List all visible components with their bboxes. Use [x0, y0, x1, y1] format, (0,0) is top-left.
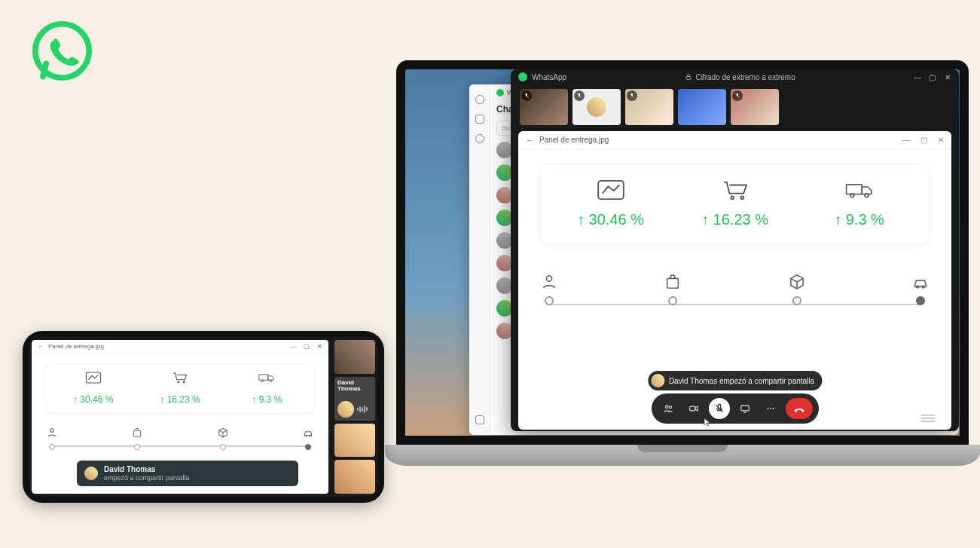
minimize-button[interactable]: — [914, 73, 921, 81]
svg-rect-18 [689, 406, 695, 411]
audio-wave-icon [357, 406, 368, 413]
whatsapp-icon [518, 72, 527, 81]
participant-tile[interactable] [572, 89, 621, 125]
end-call-button[interactable] [786, 398, 813, 419]
participant-tile[interactable] [520, 89, 568, 125]
muted-icon [574, 90, 585, 101]
svg-point-21 [767, 408, 768, 409]
shared-title: Panel de entrega.jpg [48, 343, 104, 350]
svg-point-7 [731, 196, 734, 199]
maximize-button[interactable]: ▢ [929, 73, 936, 81]
step [664, 274, 681, 305]
metric-value: ↑ 16.23 % [701, 211, 768, 228]
chats-icon[interactable] [475, 95, 484, 104]
participants-strip: David Thomas [331, 337, 378, 497]
participant-tile[interactable]: David Thomas [334, 377, 375, 421]
participant-tile[interactable] [625, 89, 673, 125]
bag-icon [132, 427, 142, 438]
call-toolbar [652, 393, 819, 424]
person-icon [541, 274, 557, 290]
participants-button[interactable] [658, 398, 679, 419]
share-toast: David Thomas empezó a compartir pantalla [648, 371, 822, 390]
truck-icon [845, 179, 874, 201]
avatar [651, 374, 664, 387]
participant-tile[interactable] [334, 460, 375, 494]
chart-icon [597, 179, 625, 201]
whatsapp-logo [30, 19, 94, 83]
package-icon [789, 274, 805, 290]
toast-subtext: empezó a compartir pantalla [104, 474, 190, 482]
settings-icon[interactable] [475, 415, 484, 424]
laptop: Wha… Chat Busc… WhatsApp [385, 60, 980, 494]
svg-point-29 [270, 380, 272, 382]
svg-rect-27 [259, 375, 268, 380]
mute-button[interactable] [709, 398, 730, 419]
back-button[interactable]: ← [526, 136, 533, 144]
svg-point-16 [665, 406, 668, 409]
calls-icon[interactable] [475, 115, 484, 124]
participant-tile[interactable] [334, 340, 375, 374]
cart-icon [172, 372, 188, 384]
svg-point-23 [772, 408, 774, 409]
avatar [84, 467, 98, 480]
phone-screen: ← Panel de entrega.jpg — ▢ ✕ ↑ 30.46 % [29, 337, 378, 497]
participant-tile[interactable] [731, 89, 779, 125]
svg-point-30 [50, 429, 54, 433]
call-app-name: WhatsApp [532, 73, 566, 81]
laptop-screen: Wha… Chat Busc… WhatsApp [396, 60, 969, 445]
close-button[interactable]: ✕ [944, 73, 951, 81]
minimize-button[interactable]: — [290, 343, 296, 350]
close-button[interactable]: ✕ [317, 343, 322, 350]
metric-value: ↑ 16.23 % [160, 394, 200, 405]
participant-tile[interactable] [678, 89, 726, 125]
step [218, 427, 228, 450]
call-titlebar: WhatsApp Cifrado de extremo a extremo — … [511, 69, 959, 84]
progress-steps [47, 427, 313, 450]
svg-rect-20 [740, 406, 749, 411]
drag-handle-icon[interactable] [921, 415, 935, 422]
metric: ↑ 9.3 % [797, 179, 921, 228]
muted-icon [732, 90, 743, 101]
call-window: WhatsApp Cifrado de extremo a extremo — … [511, 69, 959, 431]
close-button[interactable]: ✕ [938, 136, 944, 144]
svg-rect-24 [86, 372, 100, 383]
progress-steps [541, 274, 929, 305]
step [541, 274, 557, 305]
minimize-button[interactable]: — [902, 136, 910, 144]
chart-icon [85, 372, 102, 384]
car-icon [912, 274, 929, 290]
maximize-button[interactable]: ▢ [920, 136, 927, 144]
svg-rect-1 [687, 77, 691, 80]
muted-icon [627, 90, 637, 101]
participants-strip [511, 84, 959, 130]
svg-rect-13 [667, 278, 679, 288]
metric: ↑ 16.23 % [673, 179, 797, 228]
shared-titlebar: ← Panel de entrega.jpg — ▢ ✕ [518, 131, 951, 149]
participant-tile[interactable] [334, 424, 375, 458]
car-icon [303, 427, 313, 438]
step [912, 274, 929, 305]
metric: ↑ 30.46 % [50, 372, 136, 405]
whatsapp-icon [496, 89, 504, 96]
status-icon[interactable] [475, 134, 484, 143]
shared-title: Panel de entrega.jpg [539, 136, 609, 144]
step [303, 427, 313, 450]
video-button[interactable] [683, 398, 704, 419]
more-button[interactable] [760, 398, 781, 419]
sidebar-nav [469, 84, 490, 435]
toast-text: David Thomas empezó a compartir pantalla [669, 377, 814, 385]
metric-value: ↑ 9.3 % [252, 394, 282, 405]
svg-rect-6 [598, 181, 624, 199]
maximize-button[interactable]: ▢ [304, 343, 310, 350]
bag-icon [664, 274, 681, 290]
metric-value: ↑ 30.46 % [577, 211, 644, 228]
muted-icon [521, 90, 532, 101]
truck-icon [258, 372, 275, 384]
back-button[interactable]: ← [38, 343, 44, 350]
e2e-label: Cifrado de extremo a extremo [695, 73, 795, 81]
svg-point-17 [669, 406, 671, 409]
screen-share-button[interactable] [734, 398, 756, 419]
share-toast: David Thomas empezó a compartir pantalla [77, 461, 298, 486]
phone: ← Panel de entrega.jpg — ▢ ✕ ↑ 30.46 % [23, 331, 384, 503]
step [47, 427, 57, 450]
